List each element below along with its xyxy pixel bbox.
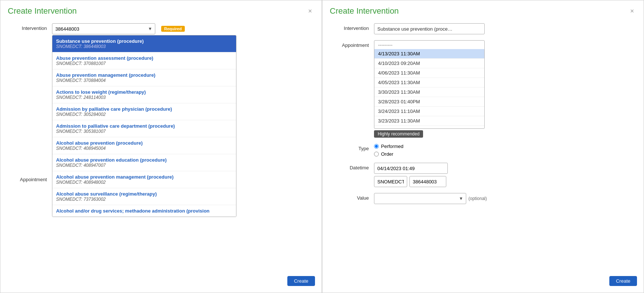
dropdown-item-1[interactable]: Abuse prevention assessment (procedure) … (52, 52, 236, 69)
highly-recommended-badge-wrap: Highly recommended (374, 129, 636, 138)
right-type-order-radio[interactable] (374, 152, 379, 156)
dropdown-item-1-code: SNOMEDCT: 370881007 (56, 61, 232, 66)
right-type-radio-group: Performed Order (374, 144, 636, 157)
appt-separator: --------- (374, 41, 484, 49)
right-dialog: Create Intervention × Intervention Appoi… (322, 0, 644, 293)
left-close-button[interactable]: × (306, 7, 314, 16)
right-dialog-header: Create Intervention × (322, 0, 644, 20)
right-appointment-label: Appointment (330, 40, 374, 48)
left-intervention-row: Intervention ▼ Required Substance use pr… (8, 23, 314, 34)
left-dialog: Create Intervention × Intervention ▼ Req… (0, 0, 322, 293)
appt-item-6[interactable]: 3/24/2023 11:10AM (374, 107, 484, 116)
right-dialog-body: Intervention Appointment --------- 4/13/… (322, 20, 644, 217)
left-dialog-header: Create Intervention × (0, 0, 322, 20)
right-datetime-row: Datetime (330, 163, 636, 187)
dropdown-item-8-code: SNOMEDCT: 408948002 (56, 180, 232, 185)
right-intervention-control (374, 23, 636, 34)
right-intervention-label: Intervention (330, 23, 374, 31)
dropdown-item-4[interactable]: Admission by palliative care physician (… (52, 103, 236, 120)
left-intervention-input-wrap: ▼ Required (52, 23, 314, 34)
dropdown-item-6-name: Alcohol abuse prevention (procedure) (56, 140, 232, 146)
left-intervention-input[interactable] (52, 23, 155, 34)
right-appointment-control: --------- 4/13/2023 11:30AM 4/10/2023 09… (374, 40, 636, 138)
dropdown-item-3-code: SNOMEDCT: 248114003 (56, 95, 232, 100)
dropdown-item-10-name: Alcohol and/or drug services; methadone … (56, 208, 232, 214)
dropdown-item-6-code: SNOMEDCT: 408945004 (56, 146, 232, 151)
right-appointment-row: Appointment --------- 4/13/2023 11:30AM … (330, 40, 636, 138)
dropdown-item-0[interactable]: Substance use prevention (procedure) SNO… (52, 35, 236, 52)
right-value-input[interactable] (374, 193, 466, 204)
right-close-button[interactable]: × (628, 7, 636, 16)
dropdown-item-6[interactable]: Alcohol abuse prevention (procedure) SNO… (52, 137, 236, 154)
left-dialog-body: Intervention ▼ Required Substance use pr… (0, 20, 322, 196)
right-create-button[interactable]: Create (609, 276, 637, 286)
left-intervention-label: Intervention (8, 23, 52, 31)
right-type-row: Type Performed Order (330, 144, 636, 157)
dropdown-item-3-name: Actions to lose weight (regime/therapy) (56, 89, 232, 95)
dropdown-item-9-code: SNOMEDCT: 737363002 (56, 197, 232, 202)
dropdown-item-10[interactable]: Alcohol and/or drug services; methadone … (52, 205, 236, 217)
appt-item-4[interactable]: 3/30/2023 11:30AM (374, 87, 484, 97)
highly-recommended-badge: Highly recommended (374, 130, 423, 138)
right-type-performed-radio[interactable] (374, 144, 379, 149)
right-dialog-title: Create Intervention (330, 6, 399, 16)
right-datetime-control (374, 163, 636, 187)
dropdown-item-7[interactable]: Alcohol abuse prevention education (proc… (52, 154, 236, 171)
right-datetime-label: Datetime (330, 163, 374, 170)
dropdown-item-4-name: Admission by palliative care physician (… (56, 106, 232, 112)
right-type-performed-label: Performed (381, 144, 404, 149)
left-create-button[interactable]: Create (287, 276, 315, 286)
right-code-system-input[interactable] (374, 176, 407, 187)
left-dialog-title: Create Intervention (8, 6, 77, 16)
dropdown-item-8-name: Alcohol abuse prevention management (pro… (56, 174, 232, 180)
dropdown-item-7-name: Alcohol abuse prevention education (proc… (56, 157, 232, 163)
appt-item-5[interactable]: 3/28/2023 01:40PM (374, 97, 484, 107)
dropdown-item-2[interactable]: Abuse prevention management (procedure) … (52, 69, 236, 86)
right-intervention-row: Intervention (330, 23, 636, 34)
dropdown-item-1-name: Abuse prevention assessment (procedure) (56, 55, 232, 61)
right-intervention-input[interactable] (374, 23, 485, 34)
dropdown-item-0-code: SNOMEDCT: 386448003 (56, 44, 232, 49)
left-appointment-label: Appointment (8, 175, 52, 182)
right-type-performed[interactable]: Performed (374, 144, 636, 149)
right-value-row: Value ▼ (optional) (330, 193, 636, 204)
appt-item-0[interactable]: 4/13/2023 11:30AM (374, 49, 484, 59)
left-intervention-dropdown: Substance use prevention (procedure) SNO… (52, 35, 236, 217)
dropdown-item-2-name: Abuse prevention management (procedure) (56, 72, 232, 78)
dropdown-item-9-name: Alcohol abuse surveillance (regime/thera… (56, 191, 232, 197)
right-value-label: Value (330, 193, 374, 201)
right-type-control: Performed Order (374, 144, 636, 157)
right-value-control: ▼ (optional) (374, 193, 636, 204)
dropdown-item-5[interactable]: Admission to palliative care department … (52, 120, 236, 137)
appt-item-8[interactable]: 3/22/2023 11:10AM (374, 126, 484, 129)
dropdown-item-4-code: SNOMEDCT: 305284002 (56, 112, 232, 117)
left-intervention-control: ▼ Required Substance use prevention (pro… (52, 23, 314, 34)
dropdown-item-8[interactable]: Alcohol abuse prevention management (pro… (52, 171, 236, 188)
dropdown-item-5-code: SNOMEDCT: 305381007 (56, 129, 232, 134)
right-appointment-list[interactable]: --------- 4/13/2023 11:30AM 4/10/2023 09… (374, 40, 485, 129)
right-datetime-input[interactable] (374, 163, 448, 174)
right-type-order-label: Order (381, 151, 393, 157)
dropdown-item-9[interactable]: Alcohol abuse surveillance (regime/thera… (52, 188, 236, 205)
appt-item-3[interactable]: 4/05/2023 11:30AM (374, 78, 484, 87)
appt-item-7[interactable]: 3/23/2023 11:30AM (374, 116, 484, 126)
right-type-label: Type (330, 144, 374, 151)
appt-item-1[interactable]: 4/10/2023 09:20AM (374, 59, 484, 68)
right-code-value-input[interactable] (409, 176, 446, 187)
right-code-fields (374, 176, 636, 187)
dropdown-item-5-name: Admission to palliative care department … (56, 123, 232, 129)
dropdown-item-7-code: SNOMEDCT: 408947007 (56, 163, 232, 168)
right-value-optional: (optional) (468, 196, 487, 201)
dropdown-item-3[interactable]: Actions to lose weight (regime/therapy) … (52, 86, 236, 103)
appt-item-2[interactable]: 4/06/2023 11:30AM (374, 68, 484, 78)
right-type-order[interactable]: Order (374, 151, 636, 157)
required-badge: Required (161, 26, 185, 32)
dropdown-item-2-code: SNOMEDCT: 370884004 (56, 78, 232, 83)
dropdown-item-0-name: Substance use prevention (procedure) (56, 38, 232, 44)
